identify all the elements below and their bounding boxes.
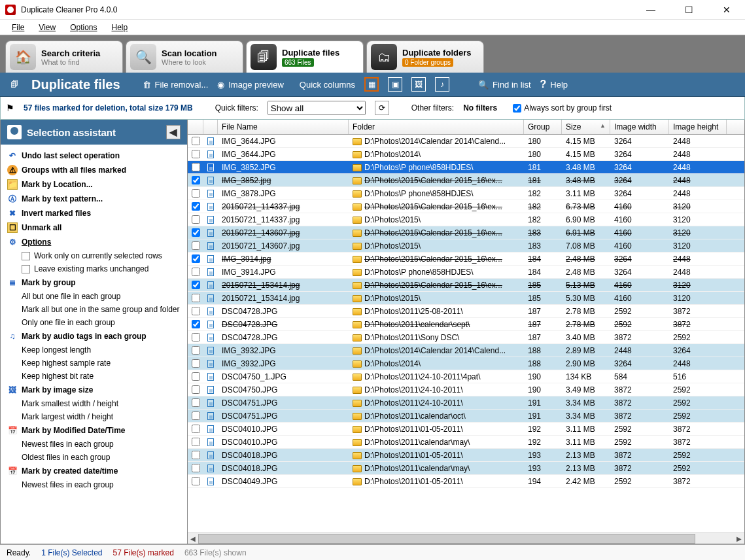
table-row[interactable]: DSC04018.JPGD:\Photos\2011\calendar\may\… [188,462,744,475]
row-checkbox[interactable] [188,307,203,315]
table-row[interactable]: IMG_3644.JPGD:\Photos\2014\Calendar 2014… [188,135,744,148]
table-row[interactable]: IMG_3878.JPGD:\Photos\P phone\858HDJES\1… [188,187,744,200]
row-checkbox[interactable] [188,320,203,328]
row-checkbox[interactable] [188,372,203,381]
sidebar-item-17[interactable]: 🖼Mark by image size [3,383,184,397]
row-checkbox[interactable] [188,150,203,158]
horizontal-scrollbar[interactable]: ◀ ▶ [188,533,744,544]
sidebar-item-6[interactable]: ⚙Options [3,235,184,249]
collapse-sidebar-button[interactable]: ◀ [166,125,181,139]
sidebar-item-5[interactable]: ☐Unmark all [3,220,184,235]
scroll-thumb[interactable] [198,534,695,544]
row-checkbox[interactable] [188,202,203,211]
quick-col-music-icon[interactable]: ♪ [435,77,449,92]
menu-view[interactable]: View [32,22,62,33]
table-row[interactable]: DSC04751.JPGD:\Photos\2011\24-10-2011\19… [188,396,744,410]
table-row[interactable]: 20150721_114337.jpgD:\Photos\2015\Calend… [188,200,744,213]
table-row[interactable]: DSC04010.JPGD:\Photos\2011\01-05-2011\19… [188,423,744,436]
row-checkbox[interactable] [188,215,203,224]
row-checkbox[interactable] [188,425,203,433]
table-row[interactable]: 20150721_153414.jpgD:\Photos\2015\Calend… [188,279,744,292]
help-button[interactable]: ?Help [540,79,568,90]
table-row[interactable]: DSC04751.JPGD:\Photos\2011\calendar\oct\… [188,410,744,423]
row-checkbox[interactable] [188,137,203,145]
table-row[interactable]: DSC04728.JPGD:\Photos\2011\calendar\sept… [188,318,744,331]
sidebar-item-24[interactable]: Newest files in each group [3,478,184,491]
tab-search-criteria[interactable]: 🏠 Search criteriaWhat to find [5,41,123,73]
tab-duplicate-files[interactable]: 🗐 Duplicate files663 Files [246,41,364,73]
image-preview-button[interactable]: ◉Image preview [217,80,284,90]
sidebar-item-1[interactable]: ⚠Groups with all files marked [3,163,184,177]
col-size[interactable]: Size [562,120,610,134]
row-checkbox[interactable] [188,333,203,341]
row-checkbox[interactable] [188,294,203,302]
sidebar-item-23[interactable]: 📅Mark by created date/time [3,464,184,478]
table-row[interactable]: IMG_3852.JPGD:\Photos\P phone\858HDJES\1… [188,161,744,174]
tab-duplicate-folders[interactable]: 🗂 Duplicate folders0 Folder groups [366,41,484,73]
row-checkbox[interactable] [188,451,203,459]
col-folder[interactable]: Folder [349,120,524,134]
sort-by-group-checkbox[interactable]: Always sort by group first [513,103,612,113]
table-row[interactable]: DSC04018.JPGD:\Photos\2011\01-05-2011\19… [188,449,744,462]
row-checkbox[interactable] [188,438,203,446]
col-file-name[interactable]: File Name [218,120,349,134]
scroll-right-icon[interactable]: ▶ [734,533,744,544]
sidebar-item-13[interactable]: ♫Mark by audio tags in each group [3,329,184,343]
menu-options[interactable]: Options [63,22,103,33]
table-row[interactable]: DSC04728.JPGD:\Photos\2011\25-08-2011\18… [188,305,744,318]
close-button[interactable]: ✕ [714,1,740,19]
col-image-height[interactable]: Image height [669,120,727,134]
refresh-button[interactable]: ⟳ [375,101,389,115]
row-checkbox[interactable] [188,385,203,394]
sidebar-item-10[interactable]: All but one file in each group [3,290,184,303]
sidebar-item-8[interactable]: Leave existing marks unchanged [3,262,184,275]
table-row[interactable]: 20150721_143607.jpgD:\Photos\2015\1837.0… [188,239,744,253]
sidebar-item-16[interactable]: Keep highest bit rate [3,370,184,383]
row-checkbox[interactable] [188,268,203,276]
sidebar-item-21[interactable]: Newest files in each group [3,438,184,451]
sidebar-item-4[interactable]: ✖Invert marked files [3,206,184,220]
sidebar-item-22[interactable]: Oldest files in each group [3,451,184,464]
row-checkbox[interactable] [188,477,203,485]
col-group[interactable]: Group [524,120,562,134]
quick-filters-select[interactable]: Show all [268,101,366,115]
row-checkbox[interactable] [188,398,203,407]
row-checkbox[interactable] [188,176,203,184]
table-row[interactable]: DSC04750_1.JPGD:\Photos\2011\24-10-2011\… [188,370,744,383]
sidebar-item-14[interactable]: Keep longest length [3,343,184,357]
sidebar-item-0[interactable]: ↶Undo last select operation [3,149,184,163]
sidebar-item-2[interactable]: 📁Mark by Location... [3,177,184,192]
table-row[interactable]: DSC04750.JPGD:\Photos\2011\24-10-2011\19… [188,383,744,396]
sidebar-item-20[interactable]: 📅Mark by Modified Date/Time [3,423,184,438]
row-checkbox[interactable] [188,241,203,250]
menu-help[interactable]: Help [105,22,135,33]
table-body[interactable]: IMG_3644.JPGD:\Photos\2014\Calendar 2014… [188,135,744,533]
sidebar-item-3[interactable]: ⒶMark by text pattern... [3,192,184,206]
table-row[interactable]: DSC04728.JPGD:\Photos\2011\Sony DSC\1873… [188,331,744,344]
row-checkbox[interactable] [188,359,203,368]
col-image-width[interactable]: Image width [610,120,669,134]
sidebar-item-9[interactable]: ≣Mark by group [3,275,184,290]
checkbox-icon[interactable] [22,265,30,273]
row-checkbox[interactable] [188,411,203,420]
row-checkbox[interactable] [188,464,203,472]
table-row[interactable]: IMG_3932.JPGD:\Photos\2014\Calendar 2014… [188,344,744,357]
col-checkbox[interactable] [188,120,203,134]
col-icon[interactable] [203,120,218,134]
table-row[interactable]: 20150721_114337.jpgD:\Photos\2015\1826.9… [188,213,744,226]
quick-col-grid-icon[interactable]: ▦ [364,77,379,92]
row-checkbox[interactable] [188,346,203,355]
menu-file[interactable]: File [5,22,31,33]
find-in-list-button[interactable]: 🔍Find in list [478,80,531,90]
tab-scan-location[interactable]: 🔍 Scan locationWhere to look [126,41,243,73]
row-checkbox[interactable] [188,189,203,198]
table-row[interactable]: IMG_3644.JPGD:\Photos\2014\1804.15 MB326… [188,148,744,161]
row-checkbox[interactable] [188,254,203,263]
table-row[interactable]: IMG_3852.jpgD:\Photos\2015\Calendar 2015… [188,174,744,187]
table-row[interactable]: DSC04010.JPGD:\Photos\2011\calendar\may\… [188,436,744,449]
table-row[interactable]: IMG_3914.jpgD:\Photos\2015\Calendar 2015… [188,253,744,266]
maximize-button[interactable]: ☐ [676,1,702,19]
sidebar-item-7[interactable]: Work only on currently selected rows [3,249,184,262]
file-removal-button[interactable]: 🗑File removal... [143,80,209,90]
quick-col-image-icon[interactable]: 🖼 [411,77,426,92]
